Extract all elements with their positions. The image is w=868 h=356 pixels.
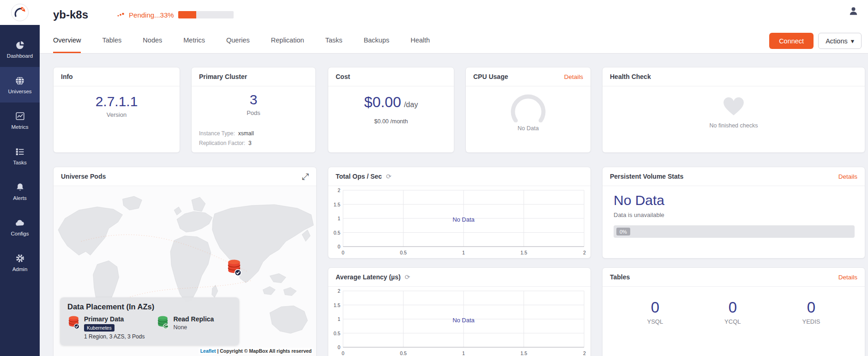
map-attribution: Leaflet | Copyright © MapBox All rights … (199, 348, 313, 354)
map-copyright: | Copyright © MapBox All rights reserved (217, 348, 312, 354)
refresh-icon[interactable]: ⟳ (405, 273, 410, 281)
svg-text:2: 2 (583, 250, 586, 255)
ycql-stat: 0 YCQL (724, 299, 741, 325)
app-logo[interactable] (0, 0, 40, 25)
card-title: Average Latency (µs) (336, 273, 401, 281)
sidebar-item-alerts[interactable]: Alerts (0, 174, 40, 209)
tab-overview[interactable]: Overview (53, 29, 81, 53)
placement-title: Data Placement (In AZs) (67, 302, 232, 311)
cpu-details-link[interactable]: Details (564, 73, 583, 80)
chevron-down-icon: ▾ (851, 37, 854, 45)
tab-backups[interactable]: Backups (364, 29, 390, 53)
sidebar-item-metrics[interactable]: Metrics (0, 103, 40, 138)
primary-cluster-card: Primary Cluster 3 Pods Instance Type:xsm… (191, 67, 316, 153)
sidebar-item-label: Admin (12, 266, 28, 272)
tables-card: Tables Details 0 YSQL 0 YCQL 0 YEDIS (602, 267, 865, 356)
sidebar-item-universes[interactable]: Universes (0, 67, 40, 103)
pending-progress-bar (178, 11, 234, 18)
universe-pods-card: Universe Pods ⤢ (53, 167, 317, 356)
user-icon (848, 6, 859, 16)
pvs-no-data-label: No Data (614, 193, 664, 208)
database-marker-icon (226, 259, 242, 277)
refresh-icon[interactable]: ⟳ (386, 173, 392, 180)
chart-no-data-label: No Data (452, 216, 475, 223)
info-card: Info 2.7.1.1 Version (53, 67, 180, 153)
tab-nodes[interactable]: Nodes (143, 29, 162, 53)
replication-factor-row: Replication Factor:3 (199, 140, 308, 146)
tasks-icon (15, 147, 25, 157)
svg-text:0.5: 0.5 (400, 250, 407, 255)
replica-database-icon (157, 315, 169, 330)
data-placement-panel: Data Placement (In AZs) Primary Data K (60, 297, 239, 345)
connect-button[interactable]: Connect (769, 33, 814, 49)
sidebar-item-label: Metrics (11, 124, 28, 130)
cpu-empty-label: No Data (518, 125, 539, 132)
ysql-stat: 0 YSQL (647, 299, 663, 325)
cpu-gauge-icon (507, 94, 549, 122)
yedis-stat: 0 YEDIS (802, 299, 820, 325)
universe-tabs: Overview Tables Nodes Metrics Queries Re… (53, 29, 451, 53)
sidebar-item-tasks[interactable]: Tasks (0, 138, 40, 174)
sidebar-item-label: Configs (11, 231, 29, 236)
alerts-icon (15, 182, 25, 193)
tab-tasks[interactable]: Tasks (326, 29, 343, 53)
pvs-usage-bar: 0% (614, 225, 855, 238)
universe-title: yb-k8s (53, 8, 88, 21)
sidebar-item-label: Tasks (13, 160, 26, 165)
admin-icon (15, 253, 25, 264)
version-value: 2.7.1.1 (96, 94, 138, 110)
pvs-details-link[interactable]: Details (838, 173, 857, 180)
sidebar-nav: Dashboard Universes Metrics Tasks Alerts (0, 25, 40, 280)
svg-text:1: 1 (462, 250, 465, 255)
svg-text:1.5: 1.5 (333, 302, 340, 308)
sidebar-item-configs[interactable]: Configs (0, 209, 40, 245)
cpu-usage-card: CPU Usage Details No Data (465, 67, 591, 153)
tab-health[interactable]: Health (410, 29, 430, 53)
actions-label: Actions (826, 37, 848, 45)
tab-metrics[interactable]: Metrics (183, 29, 205, 53)
main-area: yb-k8s Pending...33% Overview Tables Nod… (40, 0, 868, 356)
sidebar-item-label: Alerts (13, 195, 26, 201)
pvs-unavailable-label: Data is unavailable (614, 211, 664, 218)
sidebar: Dashboard Universes Metrics Tasks Alerts (0, 0, 40, 356)
heart-icon (722, 96, 746, 117)
pods-map-marker[interactable] (226, 259, 242, 278)
svg-text:0.5: 0.5 (333, 331, 340, 336)
cost-monthly-value: $0.00 /month (374, 118, 408, 125)
sidebar-item-dashboard[interactable]: Dashboard (0, 31, 40, 67)
primary-database-icon (67, 315, 80, 330)
tab-queries[interactable]: Queries (226, 29, 250, 53)
configs-icon (15, 218, 25, 228)
leaflet-link[interactable]: Leaflet (200, 348, 216, 354)
user-menu-button[interactable] (848, 6, 859, 18)
tab-replication[interactable]: Replication (271, 29, 304, 53)
pending-progress-fill (178, 11, 197, 18)
pending-task-indicator[interactable]: Pending...33% (117, 11, 234, 19)
read-replica-label: Read Replica (173, 315, 214, 323)
metrics-icon (15, 111, 25, 121)
health-check-card: Health Check No finished checks (602, 67, 865, 153)
pending-dots-icon (117, 12, 125, 18)
svg-text:0.5: 0.5 (333, 230, 340, 235)
svg-text:0: 0 (338, 244, 340, 249)
version-label: Version (107, 111, 127, 118)
total-ops-card: Total Ops / Sec ⟳ 2 1.5 1 0.5 0 (328, 167, 591, 259)
health-empty-label: No finished checks (710, 122, 758, 129)
expand-icon[interactable]: ⤢ (302, 172, 309, 181)
svg-text:1.5: 1.5 (520, 350, 527, 356)
actions-dropdown-button[interactable]: Actions ▾ (818, 33, 862, 49)
svg-text:1: 1 (338, 216, 340, 221)
read-replica-value: None (173, 324, 214, 331)
pending-label: Pending...33% (129, 11, 174, 19)
pods-label: Pods (247, 109, 260, 116)
card-title: Tables (610, 273, 630, 281)
tables-details-link[interactable]: Details (838, 274, 857, 281)
topbar: yb-k8s Pending...33% Overview Tables Nod… (40, 0, 868, 54)
card-title: Primary Cluster (199, 73, 247, 80)
card-title: Total Ops / Sec (336, 173, 382, 180)
yugabyte-logo-icon (11, 3, 29, 22)
svg-text:1.5: 1.5 (520, 250, 527, 255)
cost-daily-value: $0.00 (364, 94, 401, 111)
tab-tables[interactable]: Tables (102, 29, 121, 53)
sidebar-item-admin[interactable]: Admin (0, 245, 40, 280)
